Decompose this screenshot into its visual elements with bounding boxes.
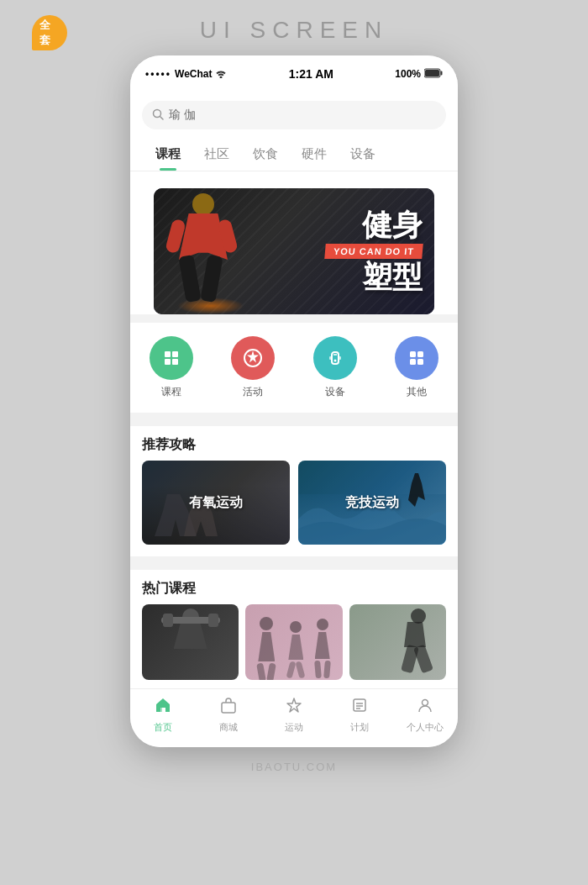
tab-community[interactable]: 社区 xyxy=(192,138,241,171)
banner-ribbon: YOU CAN DO IT xyxy=(324,244,423,259)
status-left: ••••• WeChat xyxy=(145,68,227,81)
nav-shop[interactable]: 商城 xyxy=(196,696,261,734)
page-wrapper: UI SCREEN 全套 ••••• WeChat 1:21 AM 100% xyxy=(0,0,588,885)
page-title: UI SCREEN xyxy=(200,17,388,44)
tab-hardware[interactable]: 硬件 xyxy=(290,138,339,171)
others-label: 其他 xyxy=(407,385,427,399)
svg-rect-21 xyxy=(222,703,235,713)
courses-label: 课程 xyxy=(161,385,181,399)
guide-card-aerobic-overlay: 有氧运动 xyxy=(142,461,290,545)
category-others[interactable]: 其他 xyxy=(395,336,438,399)
svg-rect-19 xyxy=(417,359,423,365)
svg-point-27 xyxy=(423,700,428,706)
devices-label: 设备 xyxy=(325,385,345,399)
guide-section-title: 推荐攻略 xyxy=(130,426,458,461)
banner-text-area: 健身 YOU CAN DO IT 塑型 xyxy=(325,210,423,292)
svg-marker-22 xyxy=(287,698,301,712)
nav-plan[interactable]: 计划 xyxy=(327,696,392,734)
hot-course-running[interactable] xyxy=(349,604,446,680)
carrier-label: WeChat xyxy=(175,68,212,80)
courses-icon-circle xyxy=(150,336,193,380)
tabs-nav: 课程 社区 饮食 硬件 设备 xyxy=(130,138,458,171)
wifi-icon xyxy=(215,68,227,81)
banner-sub-text: 塑型 xyxy=(325,262,423,292)
svg-rect-2 xyxy=(425,70,439,76)
guide-card-competitive-overlay: 竞技运动 xyxy=(298,461,446,545)
guide-card-aerobic[interactable]: 有氧运动 xyxy=(142,461,290,545)
activities-label: 活动 xyxy=(243,385,263,399)
category-activities[interactable]: 活动 xyxy=(231,336,275,399)
devices-icon-circle xyxy=(313,336,357,380)
hot-courses-section: 热门课程 xyxy=(130,570,458,688)
shop-label: 商城 xyxy=(219,721,238,734)
svg-marker-10 xyxy=(247,350,259,363)
svg-point-13 xyxy=(333,360,336,362)
plan-label: 计划 xyxy=(350,721,369,734)
bottom-nav: 首页 商城 运动 xyxy=(130,688,458,747)
category-courses[interactable]: 课程 xyxy=(150,336,193,399)
battery-icon xyxy=(424,68,443,81)
svg-rect-8 xyxy=(172,359,178,365)
guide-cards: 有氧运动 竞技 xyxy=(130,461,458,556)
svg-rect-5 xyxy=(165,351,171,357)
svg-line-4 xyxy=(160,116,164,119)
tab-diet[interactable]: 饮食 xyxy=(241,138,290,171)
banner-main-text: 健身 xyxy=(325,210,423,240)
hot-course-weights[interactable] xyxy=(142,604,239,680)
plan-icon xyxy=(350,696,369,719)
search-placeholder: 瑜 伽 xyxy=(169,108,196,123)
svg-rect-14 xyxy=(329,356,332,360)
tab-courses[interactable]: 课程 xyxy=(144,138,192,171)
nav-profile[interactable]: 个人中心 xyxy=(392,696,458,734)
hot-course-dance[interactable] xyxy=(245,604,342,680)
home-label: 首页 xyxy=(154,721,172,734)
svg-rect-18 xyxy=(410,359,416,365)
status-right: 100% xyxy=(395,68,443,81)
nav-home[interactable]: 首页 xyxy=(130,696,196,734)
tab-equipment[interactable]: 设备 xyxy=(339,138,387,171)
signal-dots: ••••• xyxy=(145,68,171,80)
hot-section-title: 热门课程 xyxy=(130,570,458,604)
hot-courses-grid xyxy=(130,604,458,680)
svg-rect-7 xyxy=(165,359,171,365)
svg-rect-17 xyxy=(417,351,423,357)
profile-label: 个人中心 xyxy=(407,721,444,734)
battery-label: 100% xyxy=(395,68,421,80)
bottom-credit: IBAOTU.COM xyxy=(251,761,337,773)
separator-2 xyxy=(130,563,458,570)
others-icon-circle xyxy=(395,336,438,380)
phone-frame: ••••• WeChat 1:21 AM 100% xyxy=(130,55,458,747)
status-bar: ••••• WeChat 1:21 AM 100% xyxy=(130,55,458,92)
category-devices[interactable]: 设备 xyxy=(313,336,357,399)
profile-icon xyxy=(416,696,434,719)
category-section: 课程 活动 xyxy=(130,323,458,413)
search-bar-area: 瑜 伽 xyxy=(130,92,458,138)
svg-rect-1 xyxy=(441,71,443,75)
search-icon xyxy=(152,108,164,123)
nav-sport[interactable]: 运动 xyxy=(261,696,327,734)
home-icon xyxy=(154,696,172,719)
sport-label: 运动 xyxy=(285,721,303,734)
banner: 健身 YOU CAN DO IT 塑型 xyxy=(154,188,434,314)
separator-1 xyxy=(130,419,458,426)
shop-icon xyxy=(219,696,238,719)
guide-card-competitive[interactable]: 竞技运动 xyxy=(298,461,446,545)
guide-card-competitive-label: 竞技运动 xyxy=(345,494,399,512)
activities-icon-circle xyxy=(231,336,275,380)
guide-section: 推荐攻略 有氧运动 xyxy=(130,426,458,556)
athlete-figure xyxy=(160,190,261,314)
svg-rect-11 xyxy=(332,352,339,364)
badge-quantao: 全套 xyxy=(32,15,67,50)
sport-icon xyxy=(285,696,303,719)
svg-rect-23 xyxy=(354,699,365,711)
svg-rect-6 xyxy=(172,351,178,357)
clock: 1:21 AM xyxy=(289,67,333,81)
svg-rect-15 xyxy=(339,356,341,360)
guide-card-aerobic-label: 有氧运动 xyxy=(189,494,243,512)
svg-rect-16 xyxy=(410,351,416,357)
search-box[interactable]: 瑜 伽 xyxy=(142,101,446,129)
